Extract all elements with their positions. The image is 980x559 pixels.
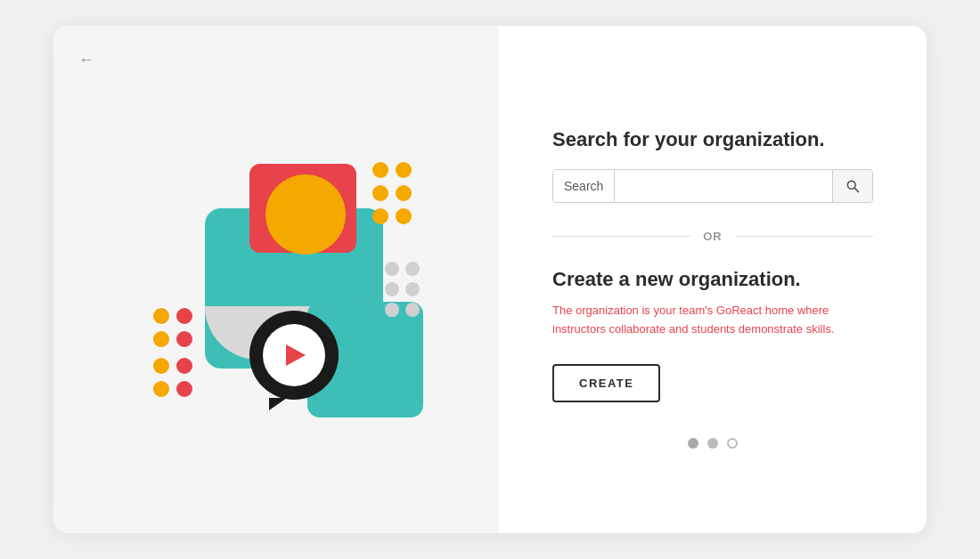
search-submit-button[interactable] <box>832 170 872 202</box>
or-divider: OR <box>552 230 873 243</box>
dot <box>153 331 169 347</box>
orange-dots-grid <box>372 162 412 224</box>
dot <box>153 308 169 324</box>
dot <box>153 358 169 374</box>
back-button[interactable]: ← <box>78 51 94 69</box>
create-description: The organization is your team's GoReact … <box>552 302 873 339</box>
search-label: Search <box>553 170 615 202</box>
left-panel: ← <box>53 26 499 533</box>
orange-circle-shape <box>265 174 346 255</box>
play-bubble <box>249 311 339 400</box>
dot <box>176 308 192 324</box>
dot <box>405 282 420 296</box>
pagination-dot-2 <box>707 438 718 449</box>
dot <box>372 162 388 178</box>
dot <box>396 185 412 201</box>
play-triangle-icon <box>286 344 306 366</box>
search-box: Search <box>552 169 873 203</box>
search-heading: Search for your organization. <box>552 128 873 151</box>
create-button[interactable]: CREATE <box>552 364 660 402</box>
illustration <box>134 137 419 422</box>
dot <box>396 162 412 178</box>
dot <box>385 303 399 317</box>
svg-line-1 <box>854 189 858 192</box>
pagination-dot-3 <box>727 438 738 449</box>
main-card: ← <box>53 26 927 533</box>
pagination-dot-1 <box>688 438 698 449</box>
or-text: OR <box>703 230 723 243</box>
dot <box>396 208 412 224</box>
right-panel: Search for your organization. Search OR … <box>499 26 927 533</box>
dot <box>405 262 420 276</box>
dot <box>176 381 192 397</box>
dot <box>153 381 169 397</box>
search-input[interactable] <box>615 170 832 202</box>
play-inner <box>263 324 325 386</box>
dot <box>372 185 388 201</box>
dot <box>385 262 399 276</box>
dot <box>176 331 192 347</box>
dot <box>176 358 192 374</box>
dot <box>405 303 420 317</box>
search-icon <box>845 179 860 193</box>
left-dots-bottom <box>153 358 192 397</box>
dot <box>372 208 388 224</box>
dot <box>385 282 399 296</box>
pagination-dots <box>552 438 873 449</box>
left-dots-top <box>153 308 192 347</box>
gray-dots-grid <box>385 262 420 317</box>
create-heading: Create a new organization. <box>552 268 873 291</box>
